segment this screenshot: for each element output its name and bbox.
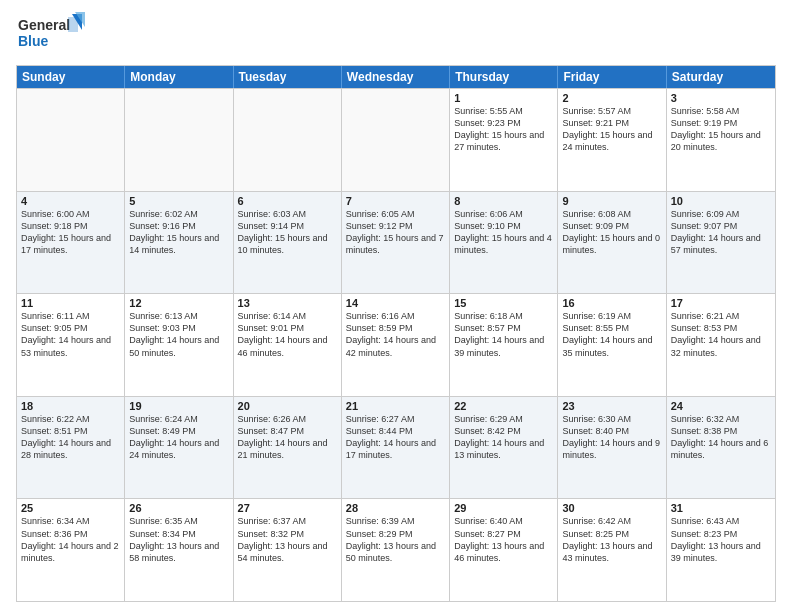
calendar-row-0: 1Sunrise: 5:55 AM Sunset: 9:23 PM Daylig… xyxy=(17,88,775,191)
day-cell-15: 15Sunrise: 6:18 AM Sunset: 8:57 PM Dayli… xyxy=(450,294,558,396)
day-cell-18: 18Sunrise: 6:22 AM Sunset: 8:51 PM Dayli… xyxy=(17,397,125,499)
day-cell-7: 7Sunrise: 6:05 AM Sunset: 9:12 PM Daylig… xyxy=(342,192,450,294)
calendar-row-3: 18Sunrise: 6:22 AM Sunset: 8:51 PM Dayli… xyxy=(17,396,775,499)
header-day-monday: Monday xyxy=(125,66,233,88)
calendar-row-2: 11Sunrise: 6:11 AM Sunset: 9:05 PM Dayli… xyxy=(17,293,775,396)
day-number: 24 xyxy=(671,400,771,412)
day-number: 20 xyxy=(238,400,337,412)
calendar-body: 1Sunrise: 5:55 AM Sunset: 9:23 PM Daylig… xyxy=(17,88,775,601)
calendar: SundayMondayTuesdayWednesdayThursdayFrid… xyxy=(16,65,776,602)
day-info: Sunrise: 6:35 AM Sunset: 8:34 PM Dayligh… xyxy=(129,515,228,564)
day-cell-4: 4Sunrise: 6:00 AM Sunset: 9:18 PM Daylig… xyxy=(17,192,125,294)
day-info: Sunrise: 6:11 AM Sunset: 9:05 PM Dayligh… xyxy=(21,310,120,359)
day-cell-30: 30Sunrise: 6:42 AM Sunset: 8:25 PM Dayli… xyxy=(558,499,666,601)
day-number: 12 xyxy=(129,297,228,309)
day-cell-17: 17Sunrise: 6:21 AM Sunset: 8:53 PM Dayli… xyxy=(667,294,775,396)
day-info: Sunrise: 6:43 AM Sunset: 8:23 PM Dayligh… xyxy=(671,515,771,564)
calendar-header-row: SundayMondayTuesdayWednesdayThursdayFrid… xyxy=(17,66,775,88)
day-info: Sunrise: 5:57 AM Sunset: 9:21 PM Dayligh… xyxy=(562,105,661,154)
header-day-friday: Friday xyxy=(558,66,666,88)
day-number: 10 xyxy=(671,195,771,207)
day-info: Sunrise: 6:32 AM Sunset: 8:38 PM Dayligh… xyxy=(671,413,771,462)
header: General Blue xyxy=(16,12,776,57)
day-info: Sunrise: 6:05 AM Sunset: 9:12 PM Dayligh… xyxy=(346,208,445,257)
header-day-sunday: Sunday xyxy=(17,66,125,88)
day-cell-24: 24Sunrise: 6:32 AM Sunset: 8:38 PM Dayli… xyxy=(667,397,775,499)
day-info: Sunrise: 6:30 AM Sunset: 8:40 PM Dayligh… xyxy=(562,413,661,462)
day-cell-13: 13Sunrise: 6:14 AM Sunset: 9:01 PM Dayli… xyxy=(234,294,342,396)
day-info: Sunrise: 6:18 AM Sunset: 8:57 PM Dayligh… xyxy=(454,310,553,359)
day-cell-5: 5Sunrise: 6:02 AM Sunset: 9:16 PM Daylig… xyxy=(125,192,233,294)
day-number: 9 xyxy=(562,195,661,207)
empty-cell xyxy=(125,89,233,191)
day-info: Sunrise: 6:13 AM Sunset: 9:03 PM Dayligh… xyxy=(129,310,228,359)
day-number: 3 xyxy=(671,92,771,104)
day-info: Sunrise: 6:14 AM Sunset: 9:01 PM Dayligh… xyxy=(238,310,337,359)
day-info: Sunrise: 6:22 AM Sunset: 8:51 PM Dayligh… xyxy=(21,413,120,462)
day-info: Sunrise: 6:08 AM Sunset: 9:09 PM Dayligh… xyxy=(562,208,661,257)
day-cell-29: 29Sunrise: 6:40 AM Sunset: 8:27 PM Dayli… xyxy=(450,499,558,601)
day-number: 21 xyxy=(346,400,445,412)
day-number: 25 xyxy=(21,502,120,514)
header-day-wednesday: Wednesday xyxy=(342,66,450,88)
day-number: 5 xyxy=(129,195,228,207)
day-cell-25: 25Sunrise: 6:34 AM Sunset: 8:36 PM Dayli… xyxy=(17,499,125,601)
day-info: Sunrise: 6:29 AM Sunset: 8:42 PM Dayligh… xyxy=(454,413,553,462)
day-info: Sunrise: 6:02 AM Sunset: 9:16 PM Dayligh… xyxy=(129,208,228,257)
day-info: Sunrise: 6:16 AM Sunset: 8:59 PM Dayligh… xyxy=(346,310,445,359)
day-number: 26 xyxy=(129,502,228,514)
logo-svg: General Blue xyxy=(16,12,86,57)
day-number: 11 xyxy=(21,297,120,309)
day-number: 6 xyxy=(238,195,337,207)
day-number: 8 xyxy=(454,195,553,207)
day-info: Sunrise: 6:03 AM Sunset: 9:14 PM Dayligh… xyxy=(238,208,337,257)
day-cell-19: 19Sunrise: 6:24 AM Sunset: 8:49 PM Dayli… xyxy=(125,397,233,499)
day-number: 22 xyxy=(454,400,553,412)
day-number: 23 xyxy=(562,400,661,412)
day-number: 2 xyxy=(562,92,661,104)
day-number: 29 xyxy=(454,502,553,514)
day-cell-14: 14Sunrise: 6:16 AM Sunset: 8:59 PM Dayli… xyxy=(342,294,450,396)
empty-cell xyxy=(17,89,125,191)
day-info: Sunrise: 6:26 AM Sunset: 8:47 PM Dayligh… xyxy=(238,413,337,462)
empty-cell xyxy=(234,89,342,191)
svg-text:General: General xyxy=(18,17,70,33)
day-cell-11: 11Sunrise: 6:11 AM Sunset: 9:05 PM Dayli… xyxy=(17,294,125,396)
header-day-tuesday: Tuesday xyxy=(234,66,342,88)
day-cell-26: 26Sunrise: 6:35 AM Sunset: 8:34 PM Dayli… xyxy=(125,499,233,601)
day-cell-10: 10Sunrise: 6:09 AM Sunset: 9:07 PM Dayli… xyxy=(667,192,775,294)
day-cell-20: 20Sunrise: 6:26 AM Sunset: 8:47 PM Dayli… xyxy=(234,397,342,499)
day-info: Sunrise: 6:24 AM Sunset: 8:49 PM Dayligh… xyxy=(129,413,228,462)
day-info: Sunrise: 6:27 AM Sunset: 8:44 PM Dayligh… xyxy=(346,413,445,462)
day-cell-27: 27Sunrise: 6:37 AM Sunset: 8:32 PM Dayli… xyxy=(234,499,342,601)
day-info: Sunrise: 6:37 AM Sunset: 8:32 PM Dayligh… xyxy=(238,515,337,564)
empty-cell xyxy=(342,89,450,191)
day-number: 15 xyxy=(454,297,553,309)
day-info: Sunrise: 5:58 AM Sunset: 9:19 PM Dayligh… xyxy=(671,105,771,154)
day-cell-16: 16Sunrise: 6:19 AM Sunset: 8:55 PM Dayli… xyxy=(558,294,666,396)
day-cell-28: 28Sunrise: 6:39 AM Sunset: 8:29 PM Dayli… xyxy=(342,499,450,601)
day-cell-6: 6Sunrise: 6:03 AM Sunset: 9:14 PM Daylig… xyxy=(234,192,342,294)
day-number: 19 xyxy=(129,400,228,412)
day-cell-8: 8Sunrise: 6:06 AM Sunset: 9:10 PM Daylig… xyxy=(450,192,558,294)
day-number: 30 xyxy=(562,502,661,514)
day-cell-9: 9Sunrise: 6:08 AM Sunset: 9:09 PM Daylig… xyxy=(558,192,666,294)
day-info: Sunrise: 6:06 AM Sunset: 9:10 PM Dayligh… xyxy=(454,208,553,257)
day-number: 28 xyxy=(346,502,445,514)
day-number: 27 xyxy=(238,502,337,514)
day-cell-1: 1Sunrise: 5:55 AM Sunset: 9:23 PM Daylig… xyxy=(450,89,558,191)
day-cell-22: 22Sunrise: 6:29 AM Sunset: 8:42 PM Dayli… xyxy=(450,397,558,499)
day-cell-12: 12Sunrise: 6:13 AM Sunset: 9:03 PM Dayli… xyxy=(125,294,233,396)
day-info: Sunrise: 6:21 AM Sunset: 8:53 PM Dayligh… xyxy=(671,310,771,359)
day-number: 7 xyxy=(346,195,445,207)
day-number: 13 xyxy=(238,297,337,309)
day-number: 16 xyxy=(562,297,661,309)
day-info: Sunrise: 6:19 AM Sunset: 8:55 PM Dayligh… xyxy=(562,310,661,359)
calendar-row-1: 4Sunrise: 6:00 AM Sunset: 9:18 PM Daylig… xyxy=(17,191,775,294)
logo: General Blue xyxy=(16,12,86,57)
day-info: Sunrise: 6:40 AM Sunset: 8:27 PM Dayligh… xyxy=(454,515,553,564)
day-number: 17 xyxy=(671,297,771,309)
day-info: Sunrise: 6:34 AM Sunset: 8:36 PM Dayligh… xyxy=(21,515,120,564)
day-cell-3: 3Sunrise: 5:58 AM Sunset: 9:19 PM Daylig… xyxy=(667,89,775,191)
day-number: 1 xyxy=(454,92,553,104)
